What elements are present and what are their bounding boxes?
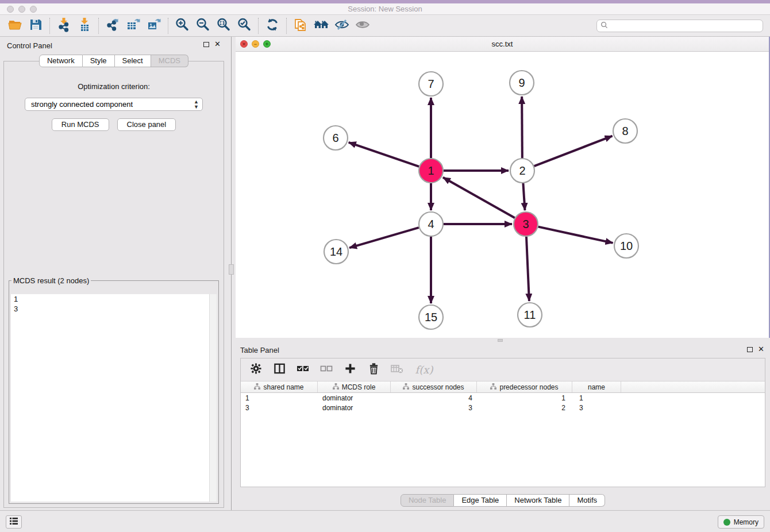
- float-panel-icon[interactable]: [747, 347, 753, 352]
- task-history-button[interactable]: [6, 515, 22, 529]
- zoom-fit-icon: [216, 17, 231, 34]
- zoom-out-icon: [195, 17, 210, 34]
- show-all-button[interactable]: [352, 17, 373, 35]
- optimization-criterion-select[interactable]: strongly connected component ▲▼: [25, 98, 203, 111]
- horizontal-splitter[interactable]: [236, 338, 770, 343]
- trash-icon: [368, 363, 379, 377]
- export-network-button[interactable]: [102, 17, 123, 35]
- refresh-view-button[interactable]: [262, 17, 283, 35]
- add-row-button[interactable]: [343, 363, 357, 377]
- edge-2-3[interactable]: [523, 183, 525, 210]
- network-canvas[interactable]: 7968124314101511: [236, 52, 769, 338]
- control-panel-title: Control Panel: [7, 41, 52, 50]
- splitter-grip[interactable]: [498, 339, 503, 342]
- node-label: 3: [522, 218, 529, 230]
- fx-label: f(x): [415, 364, 433, 376]
- mcds-result-list[interactable]: 13: [11, 294, 217, 502]
- show-columns-button[interactable]: [272, 363, 286, 377]
- tab-mcds[interactable]: MCDS: [151, 55, 188, 67]
- import-network-icon: [56, 17, 71, 34]
- tab-select[interactable]: Select: [115, 55, 151, 67]
- column-header-successor-nodes[interactable]: successor nodes: [391, 381, 477, 392]
- tab-style[interactable]: Style: [83, 55, 115, 67]
- open-session-button[interactable]: [5, 17, 25, 35]
- zoom-selected-icon: [237, 17, 252, 34]
- export-image-button[interactable]: [144, 17, 164, 35]
- tab-motifs[interactable]: Motifs: [569, 494, 605, 507]
- edge-3-11[interactable]: [526, 237, 529, 301]
- export-table-button[interactable]: [123, 17, 144, 35]
- run-mcds-button[interactable]: Run MCDS: [52, 118, 109, 131]
- float-panel-icon[interactable]: [203, 42, 209, 47]
- vertical-splitter[interactable]: [228, 37, 236, 510]
- column-label: predecessor nodes: [499, 383, 558, 391]
- delete-row-button[interactable]: [367, 363, 380, 377]
- network-window: ✕ − + scc.txt 7968124314101511: [236, 37, 770, 338]
- column-header-name[interactable]: name: [572, 381, 621, 392]
- import-table-icon: [77, 17, 92, 34]
- edge-2-8[interactable]: [534, 136, 613, 166]
- close-panel-icon[interactable]: ✕: [214, 40, 221, 48]
- window-title: Session: New Session: [0, 5, 770, 13]
- zoom-out-button[interactable]: [192, 17, 213, 35]
- edge-1-6[interactable]: [349, 142, 419, 167]
- open-folder-icon: [7, 18, 23, 34]
- table-settings-button[interactable]: [249, 363, 263, 377]
- delete-column-button[interactable]: [390, 363, 404, 377]
- control-panel-tabs: NetworkStyleSelectMCDS: [4, 55, 224, 67]
- control-panel: Control Panel ✕ NetworkStyleSelectMCDS O…: [0, 37, 228, 510]
- table-row[interactable]: 1dominator411: [241, 393, 765, 403]
- function-builder-button[interactable]: f(x): [414, 363, 434, 377]
- houses-icon: [313, 17, 330, 34]
- select-all-button[interactable]: [296, 363, 310, 377]
- node-label: 4: [428, 218, 434, 230]
- cell-successor_nodes: 4: [391, 394, 477, 402]
- import-table-button[interactable]: [74, 17, 95, 35]
- zoom-in-button[interactable]: [172, 17, 192, 35]
- import-network-button[interactable]: [53, 17, 74, 35]
- splitter-grip[interactable]: [229, 264, 234, 275]
- clone-network-view-button[interactable]: [290, 17, 311, 35]
- memory-button[interactable]: Memory: [718, 515, 764, 529]
- search-input[interactable]: [610, 21, 759, 30]
- cell-mcds_role: dominator: [318, 404, 391, 412]
- column-header-predecessor-nodes[interactable]: predecessor nodes: [477, 381, 572, 392]
- zoom-in-icon: [175, 17, 190, 34]
- close-panel-button[interactable]: Close panel: [117, 118, 176, 131]
- search-field[interactable]: [596, 20, 763, 32]
- hierarchy-icon: [333, 383, 339, 391]
- table-panel-tabs: Node TableEdge TableNetwork TableMotifs: [236, 494, 770, 507]
- node-table-container: f(x) shared nameMCDS rolesuccessor nodes…: [240, 358, 765, 487]
- close-panel-icon[interactable]: ✕: [758, 345, 764, 353]
- edge-3-10[interactable]: [538, 227, 613, 243]
- deselect-all-button[interactable]: [319, 363, 333, 377]
- tab-network[interactable]: Network: [39, 55, 83, 67]
- edge-3-1[interactable]: [443, 178, 515, 218]
- cell-mcds_role: dominator: [318, 394, 391, 402]
- zoom-fit-button[interactable]: [213, 17, 234, 35]
- node-table-body: 1dominator4113dominator323: [241, 393, 765, 413]
- plus-icon: [344, 363, 356, 377]
- edge-4-14[interactable]: [349, 228, 419, 248]
- node-label: 8: [622, 125, 628, 137]
- cell-name: 1: [572, 394, 621, 402]
- column-header-shared-name[interactable]: shared name: [241, 381, 318, 392]
- node-label: 11: [524, 309, 536, 321]
- save-session-button[interactable]: [25, 17, 46, 35]
- result-scrollbar[interactable]: [209, 294, 217, 502]
- network-graph[interactable]: 7968124314101511: [236, 52, 769, 338]
- node-label: 14: [330, 245, 342, 258]
- node-label: 1: [428, 164, 434, 177]
- hierarchy-icon: [490, 383, 496, 391]
- tab-node-table[interactable]: Node Table: [401, 494, 455, 507]
- column-header-mcds-role[interactable]: MCDS role: [318, 381, 391, 392]
- hide-selected-button[interactable]: [332, 17, 352, 35]
- tab-edge-table[interactable]: Edge Table: [454, 494, 507, 507]
- memory-label: Memory: [734, 518, 759, 526]
- edge-2-9[interactable]: [522, 97, 522, 158]
- zoom-selected-button[interactable]: [234, 17, 255, 35]
- first-neighbors-button[interactable]: [311, 17, 332, 35]
- tab-network-table[interactable]: Network Table: [507, 494, 569, 507]
- optimization-criterion-label: Optimization criterion:: [4, 82, 224, 91]
- table-row[interactable]: 3dominator323: [241, 403, 765, 413]
